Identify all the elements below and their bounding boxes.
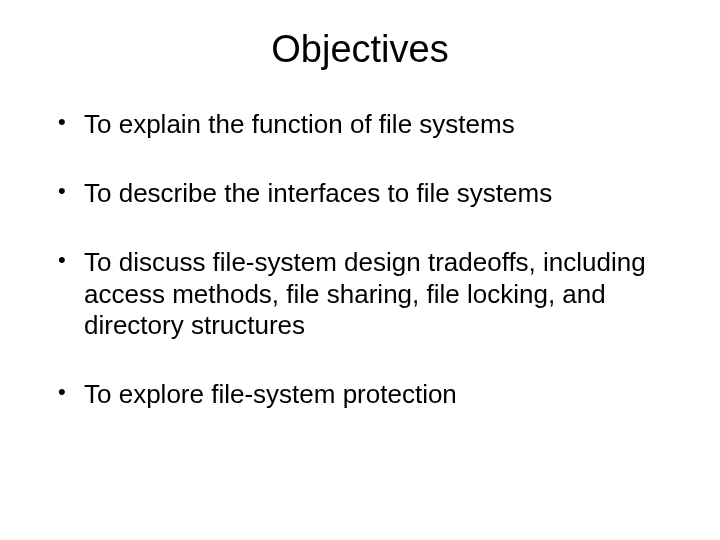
list-item: To explain the function of file systems (58, 109, 680, 140)
list-item: To describe the interfaces to file syste… (58, 178, 680, 209)
slide-title: Objectives (40, 28, 680, 71)
list-item: To explore file-system protection (58, 379, 680, 410)
list-item: To discuss file-system design tradeoffs,… (58, 247, 680, 341)
bullet-list: To explain the function of file systems … (40, 109, 680, 410)
slide-container: Objectives To explain the function of fi… (0, 0, 720, 540)
